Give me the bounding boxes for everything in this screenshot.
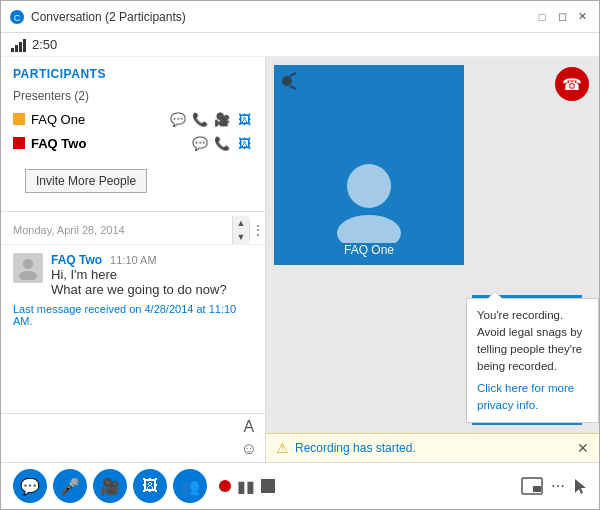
- cursor-icon: [573, 477, 587, 495]
- font-icon[interactable]: A: [243, 418, 254, 436]
- recording-tooltip: You're recording. Avoid legal snags by t…: [466, 298, 599, 424]
- more-options-icon[interactable]: ⋮: [249, 220, 266, 240]
- participant-name-1: FAQ One: [31, 112, 169, 127]
- toolbar-right: ⋯: [521, 477, 587, 495]
- pause-button[interactable]: ▮▮: [237, 477, 255, 496]
- video-area: ☎ FAQ One: [266, 57, 599, 433]
- record-dot-icon: [219, 480, 231, 492]
- mic-button[interactable]: 🎤: [53, 469, 87, 503]
- restore-button[interactable]: ◻: [553, 8, 571, 26]
- chat-options[interactable]: ⋮: [249, 220, 265, 240]
- avatar-person-icon: [16, 256, 40, 280]
- signal-icon: [11, 38, 26, 52]
- end-call-button[interactable]: ☎: [555, 67, 589, 101]
- people-button[interactable]: 👥: [173, 469, 207, 503]
- tooltip-arrow-inner: [488, 292, 502, 299]
- svg-point-8: [337, 215, 401, 243]
- tooltip-link[interactable]: Click here for more privacy info.: [477, 380, 588, 415]
- camera-icon: 🎥: [100, 477, 120, 496]
- end-call-icon: ☎: [562, 75, 582, 94]
- pip-button[interactable]: [521, 477, 543, 495]
- more-options-dots-icon: ⋯: [551, 478, 565, 494]
- recording-text[interactable]: Recording has started.: [295, 441, 569, 455]
- window-title: Conversation (2 Participants): [31, 10, 533, 24]
- presenters-label: Presenters (2): [1, 85, 265, 107]
- close-button[interactable]: ✕: [573, 8, 591, 26]
- tooltip-text: You're recording. Avoid legal snags by t…: [477, 309, 582, 373]
- chat-icon-2[interactable]: 💬: [191, 134, 209, 152]
- video-icon-1[interactable]: 🎥: [213, 110, 231, 128]
- stop-button[interactable]: [261, 479, 275, 493]
- svg-rect-12: [533, 486, 541, 492]
- chat-date-row: Monday, April 28, 2014 ▲ ▼ ⋮: [1, 216, 265, 245]
- right-panel: ☎ FAQ One: [266, 57, 599, 462]
- phone-icon-1[interactable]: 📞: [191, 110, 209, 128]
- left-panel: PARTICIPANTS Presenters (2) FAQ One 💬 📞 …: [1, 57, 266, 462]
- message-time-1: 11:10 AM: [110, 254, 156, 266]
- message-line-1: Hi, I'm here: [51, 267, 253, 282]
- screen-icon: 🖼: [142, 477, 158, 495]
- participant-name-2: FAQ Two: [31, 136, 191, 151]
- svg-line-6: [290, 86, 296, 89]
- minimize-button[interactable]: □: [533, 8, 551, 26]
- svg-point-3: [19, 271, 37, 280]
- camera-button[interactable]: 🎥: [93, 469, 127, 503]
- call-time: 2:50: [32, 37, 57, 52]
- phone-icon-2[interactable]: 📞: [213, 134, 231, 152]
- chat-area: Monday, April 28, 2014 ▲ ▼ ⋮: [1, 216, 265, 462]
- chat-date: Monday, April 28, 2014: [1, 220, 232, 240]
- participant-color-1: [13, 113, 25, 125]
- chat-button-icon: 💬: [20, 477, 40, 496]
- svg-marker-13: [575, 479, 586, 494]
- svg-point-7: [347, 164, 391, 208]
- message-header-1: FAQ Two 11:10 AM: [51, 253, 253, 267]
- svg-point-2: [23, 259, 33, 269]
- video-avatar-main: [329, 158, 409, 243]
- scroll-up-button[interactable]: ▲: [233, 216, 249, 230]
- top-bar: 2:50: [1, 33, 599, 57]
- invite-more-people-button[interactable]: Invite More People: [25, 169, 147, 193]
- toolbar-left: 💬 🎤 🎥 🖼 👥: [13, 469, 207, 503]
- main-content: PARTICIPANTS Presenters (2) FAQ One 💬 📞 …: [1, 57, 599, 462]
- participant-icons-2: 💬 📞 🖼: [191, 134, 253, 152]
- participant-icons-1: 💬 📞 🎥 🖼: [169, 110, 253, 128]
- chat-input-icons: A ☺: [241, 418, 257, 458]
- people-icon: 👥: [180, 477, 200, 496]
- recording-close-button[interactable]: ✕: [577, 440, 589, 456]
- participants-header: PARTICIPANTS: [1, 57, 265, 85]
- screen-share-button[interactable]: 🖼: [133, 469, 167, 503]
- main-window: C Conversation (2 Participants) □ ◻ ✕ 2:…: [0, 0, 600, 510]
- message-sender-1: FAQ Two: [51, 253, 102, 267]
- warning-icon: ⚠: [276, 440, 289, 456]
- invite-section: Invite More People: [1, 155, 265, 207]
- chat-button[interactable]: 💬: [13, 469, 47, 503]
- last-message-note: Last message received on 4/28/2014 at 11…: [13, 303, 253, 327]
- panel-divider: [1, 211, 265, 212]
- app-icon: C: [9, 9, 25, 25]
- participant-row-1: FAQ One 💬 📞 🎥 🖼: [1, 107, 265, 131]
- message-avatar: [13, 253, 43, 283]
- bottom-toolbar: 💬 🎤 🎥 🖼 👥 ▮▮: [1, 462, 599, 509]
- cursor-area: [573, 477, 587, 495]
- chat-messages: FAQ Two 11:10 AM Hi, I'm here What are w…: [1, 245, 265, 413]
- recording-indicator: [280, 71, 300, 91]
- participant-color-2: [13, 137, 25, 149]
- monitor-icon-1[interactable]: 🖼: [235, 110, 253, 128]
- participant-row-2: FAQ Two 💬 📞 🖼: [1, 131, 265, 155]
- chat-icon-1[interactable]: 💬: [169, 110, 187, 128]
- svg-text:C: C: [14, 13, 21, 23]
- video-name-main: FAQ One: [344, 243, 394, 257]
- svg-line-5: [290, 73, 296, 76]
- recording-bar: ⚠ Recording has started. ✕: [266, 433, 599, 462]
- more-options-button[interactable]: ⋯: [551, 478, 565, 494]
- message-content-1: FAQ Two 11:10 AM Hi, I'm here What are w…: [51, 253, 253, 297]
- chat-input-area: A ☺: [1, 413, 265, 462]
- titlebar: C Conversation (2 Participants) □ ◻ ✕: [1, 1, 599, 33]
- mic-icon: 🎤: [60, 477, 80, 496]
- recording-controls: ▮▮: [219, 477, 275, 496]
- window-controls: □ ◻ ✕: [533, 8, 591, 26]
- emoji-icon[interactable]: ☺: [241, 440, 257, 458]
- monitor-icon-2[interactable]: 🖼: [235, 134, 253, 152]
- scroll-down-button[interactable]: ▼: [233, 230, 249, 244]
- message-row-1: FAQ Two 11:10 AM Hi, I'm here What are w…: [13, 253, 253, 297]
